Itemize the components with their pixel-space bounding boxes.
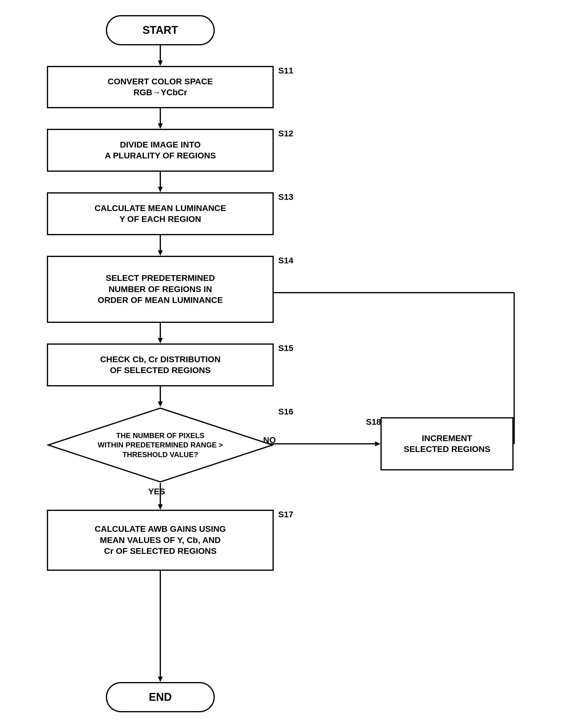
s11-label: CONVERT COLOR SPACE RGB→YCbCr: [108, 76, 213, 98]
s12-node: DIVIDE IMAGE INTO A PLURALITY OF REGIONS: [47, 129, 274, 172]
svg-marker-5: [158, 187, 163, 192]
s14-label: SELECT PREDETERMINED NUMBER OF REGIONS I…: [98, 273, 223, 306]
svg-marker-3: [158, 123, 163, 129]
end-label: END: [149, 690, 172, 704]
svg-marker-15: [375, 441, 381, 446]
svg-marker-9: [158, 338, 163, 343]
start-node: START: [106, 15, 215, 45]
s18-step: S18: [366, 417, 381, 427]
no-label: NO: [263, 435, 276, 445]
s11-node: CONVERT COLOR SPACE RGB→YCbCr: [47, 66, 274, 108]
s13-step: S13: [278, 192, 294, 202]
s17-node: CALCULATE AWB GAINS USING MEAN VALUES OF…: [47, 510, 274, 571]
end-node: END: [106, 682, 215, 712]
svg-marker-11: [158, 401, 163, 407]
s16-node: THE NUMBER OF PIXELS WITHIN PREDETERMINE…: [47, 407, 274, 483]
s15-label: CHECK Cb, Cr DISTRIBUTION OF SELECTED RE…: [100, 354, 220, 376]
s15-node: CHECK Cb, Cr DISTRIBUTION OF SELECTED RE…: [47, 343, 274, 386]
s15-step: S15: [278, 343, 294, 353]
s18-label: INCREMENT SELECTED REGIONS: [404, 433, 490, 455]
s16-step: S16: [278, 407, 294, 417]
s12-label: DIVIDE IMAGE INTO A PLURALITY OF REGIONS: [105, 139, 216, 161]
s13-node: CALCULATE MEAN LUMINANCE Y OF EACH REGIO…: [47, 192, 274, 235]
s17-step: S17: [278, 510, 294, 519]
svg-marker-17: [158, 677, 163, 682]
svg-marker-1: [158, 60, 163, 66]
s12-step: S12: [278, 129, 294, 138]
svg-marker-13: [158, 504, 163, 510]
s16-label: THE NUMBER OF PIXELS WITHIN PREDETERMINE…: [98, 431, 223, 459]
s14-step: S14: [278, 256, 294, 265]
svg-marker-7: [158, 250, 163, 256]
s18-node: INCREMENT SELECTED REGIONS: [381, 417, 514, 470]
yes-label: YES: [148, 487, 165, 496]
s14-node: SELECT PREDETERMINED NUMBER OF REGIONS I…: [47, 256, 274, 323]
s13-label: CALCULATE MEAN LUMINANCE Y OF EACH REGIO…: [95, 203, 226, 225]
s11-step: S11: [278, 66, 294, 76]
s17-label: CALCULATE AWB GAINS USING MEAN VALUES OF…: [95, 524, 226, 557]
start-label: START: [142, 23, 178, 37]
